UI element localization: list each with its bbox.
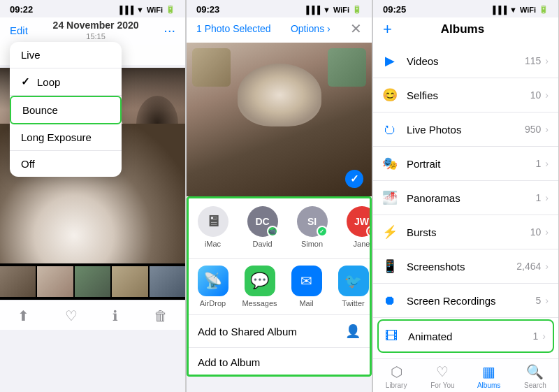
contact-avatar-dc: DC 📹 (247, 206, 278, 237)
chevron-icon-panoramas: › (545, 192, 549, 203)
chevron-icon-selfies: › (545, 89, 549, 101)
chevron-icon-live: › (545, 124, 549, 135)
thumb-5[interactable] (150, 266, 185, 297)
contact-name-david: David (252, 240, 272, 248)
album-count-selfies: 10 (530, 89, 542, 101)
action-add-album[interactable]: Add to Album (187, 347, 372, 377)
chevron-icon-portrait: › (545, 158, 549, 169)
album-bursts[interactable]: ⚡ Bursts 10 › (373, 215, 558, 249)
album-count-panoramas: 1 (536, 192, 542, 203)
panel-2: 09:23 ▐▐▐ ▼ WiFi 🔋 1 Photo Selected Opti… (187, 0, 372, 392)
messages-label: Messages (242, 299, 277, 307)
album-portrait[interactable]: 🎭 Portrait 1 › (373, 147, 558, 181)
album-videos[interactable]: ▶ Videos 115 › (373, 44, 558, 78)
tab-foryou[interactable]: ♡ For You (419, 363, 465, 389)
dropdown-item-loop[interactable]: Loop (10, 68, 122, 96)
signal-icons-3: ▐▐▐ ▼ WiFi 🔋 (491, 5, 549, 14)
app-messages[interactable]: 💬 Messages (240, 266, 279, 307)
app-twitter[interactable]: 🐦 Twitter (334, 266, 372, 307)
contact-simon[interactable]: SI ✓ Simon (293, 206, 331, 248)
dropdown-item-off[interactable]: Off (10, 151, 122, 177)
mail-icon: ✉ (291, 266, 322, 296)
bottom-toolbar-1: ⬆ ♡ ℹ 🗑 (0, 300, 185, 330)
date-header: 24 November 2020 15:15 (53, 19, 139, 41)
album-count-bursts: 10 (530, 226, 542, 238)
album-count-screenrec: 5 (536, 295, 542, 306)
album-live[interactable]: ⭮ Live Photos 950 › (373, 112, 558, 147)
albums-title: Albums (441, 22, 484, 36)
info-icon[interactable]: ℹ (112, 307, 118, 324)
videos-icon: ▶ (380, 51, 400, 71)
time-1: 09:22 (10, 4, 33, 15)
albums-header: + Albums (373, 17, 558, 44)
dropdown-item-bounce-wrapper[interactable]: Bounce (10, 96, 122, 124)
checkmark: ✓ (345, 170, 363, 188)
twitter-label: Twitter (342, 299, 364, 307)
action-shared-album[interactable]: Add to Shared Album 👤 (187, 314, 372, 347)
screenrec-icon: ⏺ (380, 291, 400, 310)
album-name-screenshots: Screenshots (407, 261, 516, 273)
album-screenshots[interactable]: 📱 Screenshots 2,464 › (373, 249, 558, 284)
album-count-videos: 115 (525, 55, 541, 66)
app-mail[interactable]: ✉ Mail (287, 266, 326, 307)
dropdown-item-live[interactable]: Live (10, 42, 122, 68)
phone-screen-3: 09:25 ▐▐▐ ▼ WiFi 🔋 + Albums ▶ Videos 115… (373, 0, 558, 392)
phone-screen-2: 09:23 ▐▐▐ ▼ WiFi 🔋 1 Photo Selected Opti… (187, 0, 372, 392)
album-list: ▶ Videos 115 › 😊 Selfies 10 › ⭮ Live Pho… (373, 44, 558, 358)
portrait-icon: 🎭 (380, 154, 400, 173)
small-thumb-left (192, 48, 231, 87)
animated-icon: 🎞 (382, 326, 401, 346)
dropdown-item-longexposure[interactable]: Long Exposure (10, 124, 122, 151)
signal-icons-1: ▐▐▐ ▼ WiFi 🔋 (117, 5, 175, 14)
chevron-icon-animated: › (542, 331, 546, 342)
contact-name-imac: iMac (205, 240, 221, 248)
heart-icon[interactable]: ♡ (65, 307, 78, 324)
status-bar-1: 09:22 ▐▐▐ ▼ WiFi 🔋 (0, 0, 185, 17)
phone-screen-1: 09:22 ▐▐▐ ▼ WiFi 🔋 Edit 24 November 2020… (0, 0, 185, 392)
album-name-bursts: Bursts (407, 226, 530, 238)
contact-david[interactable]: DC 📹 David (243, 206, 282, 248)
trash-icon[interactable]: 🗑 (154, 308, 168, 324)
tab-bar-3: ⬡ Library ♡ For You ▦ Albums 🔍 Search (373, 358, 558, 392)
dropdown-item-bounce[interactable]: Bounce (10, 96, 122, 124)
app-airdrop[interactable]: 📡 AirDrop (194, 266, 232, 307)
thumb-3[interactable] (75, 266, 110, 297)
panel-3: 09:25 ▐▐▐ ▼ WiFi 🔋 + Albums ▶ Videos 115… (373, 0, 559, 392)
apps-row: 📡 AirDrop 💬 Messages ✉ Mail 🐦 Twitter (187, 258, 372, 314)
close-button[interactable]: ✕ (350, 20, 362, 37)
status-bar-3: 09:25 ▐▐▐ ▼ WiFi 🔋 (373, 0, 558, 17)
panoramas-icon: 🌁 (380, 188, 400, 208)
share-icon[interactable]: ⬆ (17, 307, 29, 324)
thumb-4[interactable] (112, 266, 147, 297)
thumb-2[interactable] (37, 266, 73, 297)
album-name-screenrec: Screen Recordings (407, 295, 536, 307)
live-icon: ⭮ (380, 119, 400, 139)
panel-1: 09:22 ▐▐▐ ▼ WiFi 🔋 Edit 24 November 2020… (0, 0, 186, 392)
album-screen-recordings[interactable]: ⏺ Screen Recordings 5 › (373, 284, 558, 318)
album-panoramas[interactable]: 🌁 Panoramas 1 › (373, 181, 558, 215)
tab-search[interactable]: 🔍 Search (512, 363, 558, 389)
album-selfies[interactable]: 😊 Selfies 10 › (373, 78, 558, 112)
contacts-row: 🖥 iMac DC 📹 David SI ✓ Simon (187, 196, 372, 258)
screenshots-icon: 📱 (380, 256, 400, 276)
tab-library[interactable]: ⬡ Library (373, 363, 419, 389)
thumbnail-strip-1 (0, 263, 185, 300)
airdrop-label: AirDrop (200, 299, 226, 307)
loop-dropdown: Live Loop Bounce Long Exposure Off (10, 42, 122, 177)
share-header: 1 Photo Selected Options › ✕ (187, 17, 372, 43)
album-animated[interactable]: 🎞 Animated 1 › (377, 319, 554, 353)
contact-jane[interactable]: JW ✉ Jane (342, 206, 372, 248)
edit-button-1[interactable]: Edit (10, 24, 28, 36)
tab-albums[interactable]: ▦ Albums (466, 363, 512, 389)
thumb-1[interactable] (0, 266, 36, 297)
share-sheet-wrapper: 🖥 iMac DC 📹 David SI ✓ Simon (187, 196, 372, 377)
chevron-icon-videos: › (545, 55, 549, 66)
options-button[interactable]: Options › (291, 23, 331, 34)
chevron-icon-screenshots: › (545, 261, 549, 272)
contact-name-jane: Jane (354, 240, 370, 248)
contact-avatar-imac: 🖥 (198, 206, 228, 237)
album-name-portrait: Portrait (407, 158, 536, 170)
more-button-1[interactable]: ··· (164, 22, 175, 38)
add-album-button[interactable]: + (383, 20, 392, 38)
contact-imac[interactable]: 🖥 iMac (194, 206, 232, 248)
